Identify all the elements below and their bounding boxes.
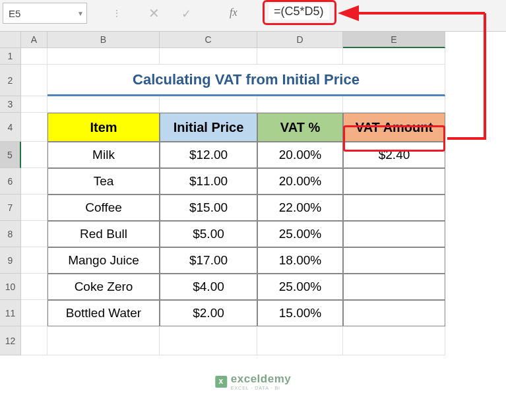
select-all-corner[interactable]	[0, 32, 21, 48]
cancel-icon[interactable]: ✕	[148, 5, 160, 21]
header-price[interactable]: Initial Price	[160, 113, 257, 142]
row-header-6[interactable]: 6	[0, 168, 21, 195]
table-row: Red Bull $5.00 25.00%	[21, 221, 445, 247]
row-header-8[interactable]: 8	[0, 221, 21, 247]
cell-A2[interactable]	[21, 65, 47, 96]
row-header-10[interactable]: 10	[0, 274, 21, 300]
table-row: Coffee $15.00 22.00%	[21, 195, 445, 221]
title-cell[interactable]: Calculating VAT from Initial Price	[47, 65, 445, 96]
cell-E6[interactable]	[343, 168, 445, 195]
cell-B5[interactable]: Milk	[47, 142, 160, 168]
table-row: Coke Zero $4.00 25.00%	[21, 274, 445, 300]
table-row: Tea $11.00 20.00%	[21, 168, 445, 195]
cell-B10[interactable]: Coke Zero	[47, 274, 160, 300]
cell-D6[interactable]: 20.00%	[257, 168, 343, 195]
watermark-brand: exceldemy	[231, 373, 291, 386]
cell-B11[interactable]: Bottled Water	[47, 300, 160, 326]
formula-bar-grip-icon: ⋮	[112, 8, 122, 18]
cell-E11[interactable]	[343, 300, 445, 326]
cell-C10[interactable]: $4.00	[160, 274, 257, 300]
table-row: Mango Juice $17.00 18.00%	[21, 247, 445, 274]
row-header-1[interactable]: 1	[0, 48, 21, 65]
cell-C8[interactable]: $5.00	[160, 221, 257, 247]
row-headers: 1 2 3 4 5 6 7 8 9 10 11 12	[0, 48, 21, 355]
watermark-sub: EXCEL · DATA · BI	[231, 386, 291, 390]
cell-C9[interactable]: $17.00	[160, 247, 257, 274]
insert-function-button[interactable]: fx	[230, 7, 237, 18]
cell-C11[interactable]: $2.00	[160, 300, 257, 326]
header-item[interactable]: Item	[47, 113, 160, 142]
name-box[interactable]: E5 ▼	[3, 3, 87, 24]
col-header-C[interactable]: C	[160, 32, 257, 48]
cell-C5[interactable]: $12.00	[160, 142, 257, 168]
cell-D5[interactable]: 20.00%	[257, 142, 343, 168]
header-vat[interactable]: VAT %	[257, 113, 343, 142]
row-header-7[interactable]: 7	[0, 195, 21, 221]
column-headers: A B C D E	[21, 32, 445, 48]
cell-D10[interactable]: 25.00%	[257, 274, 343, 300]
cell-B9[interactable]: Mango Juice	[47, 247, 160, 274]
row-header-3[interactable]: 3	[0, 96, 21, 113]
name-box-dropdown-icon[interactable]: ▼	[75, 10, 86, 17]
table-row: Milk $12.00 20.00% $2.40	[21, 142, 445, 168]
cell-E5[interactable]: $2.40	[343, 142, 445, 168]
cell-E7[interactable]	[343, 195, 445, 221]
enter-icon[interactable]: ✓	[181, 7, 191, 21]
formula-bar-area: E5 ▼ ⋮ ✕ ✓ fx =(C5*D5)	[0, 0, 506, 32]
cell-D11[interactable]: 15.00%	[257, 300, 343, 326]
cell-E9[interactable]	[343, 247, 445, 274]
col-header-B[interactable]: B	[47, 32, 160, 48]
cell-C7[interactable]: $15.00	[160, 195, 257, 221]
cells-area: Calculating VAT from Initial Price Item …	[21, 48, 445, 355]
spreadsheet-grid: A B C D E 1 2 3 4 5 6 7 8 9 10 11 12 Cal…	[0, 32, 506, 420]
annotation-formula-highlight	[263, 0, 336, 25]
cell-D8[interactable]: 25.00%	[257, 221, 343, 247]
row-header-2[interactable]: 2	[0, 65, 21, 96]
row-header-9[interactable]: 9	[0, 247, 21, 274]
cell-E8[interactable]	[343, 221, 445, 247]
watermark: exceldemy EXCEL · DATA · BI	[215, 373, 291, 390]
cell-C6[interactable]: $11.00	[160, 168, 257, 195]
col-header-D[interactable]: D	[257, 32, 343, 48]
cell-B8[interactable]: Red Bull	[47, 221, 160, 247]
header-amount[interactable]: VAT Amount	[343, 113, 445, 142]
cell-E10[interactable]	[343, 274, 445, 300]
col-header-E[interactable]: E	[343, 32, 445, 48]
name-box-value: E5	[3, 8, 75, 19]
watermark-icon	[215, 376, 227, 388]
cell-B7[interactable]: Coffee	[47, 195, 160, 221]
table-row: Bottled Water $2.00 15.00%	[21, 300, 445, 326]
cell-D7[interactable]: 22.00%	[257, 195, 343, 221]
row-header-12[interactable]: 12	[0, 326, 21, 355]
row-header-11[interactable]: 11	[0, 300, 21, 326]
col-header-A[interactable]: A	[21, 32, 47, 48]
cell-B6[interactable]: Tea	[47, 168, 160, 195]
row-header-4[interactable]: 4	[0, 113, 21, 142]
cell-A4[interactable]	[21, 113, 47, 142]
cell-D9[interactable]: 18.00%	[257, 247, 343, 274]
row-header-5[interactable]: 5	[0, 142, 21, 168]
